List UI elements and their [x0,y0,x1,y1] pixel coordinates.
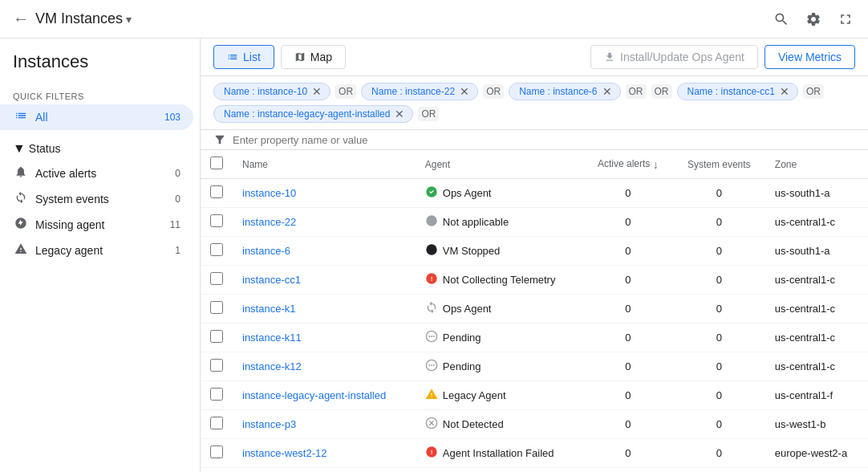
instance-name-link[interactable]: instance-legacy-agent-installed [242,389,386,401]
page-title: VM Instances ▾ [35,10,772,27]
row-checkbox[interactable] [210,185,223,198]
header-active-alerts[interactable]: Active alerts ↓ [583,150,673,179]
row-system-events: 0 [673,208,765,237]
settings-icon[interactable] [804,10,823,29]
topbar: ← VM Instances ▾ [0,0,868,39]
list-label: List [243,51,261,63]
row-agent-cell: Legacy Agent [416,381,583,410]
fullscreen-icon[interactable] [836,10,855,29]
row-system-events: 0 [673,295,765,323]
row-agent-cell: Not Detected [416,410,583,439]
agent-label: Pending [443,360,481,372]
row-checkbox-cell [201,381,233,410]
filter-chip-instance6: Name : instance-6 ✕ [509,83,620,100]
layout: Instances Quick filters All 103 ▼ Status… [0,39,868,472]
instance-name-link[interactable]: instance-west2-12 [242,447,327,459]
row-system-events: 0 [673,237,765,266]
agent-status-icon: ! [425,446,438,461]
sidebar-item-system-events[interactable]: System events 0 [0,186,193,212]
agent-label: Ops Agent [443,187,492,199]
install-ops-agent-button[interactable]: Install/Update Ops Agent [590,45,758,69]
sidebar-item-missing-agent[interactable]: Missing agent 11 [0,212,193,238]
row-system-events: 0 [673,381,765,410]
view-metrics-button[interactable]: View Metrics [765,45,855,69]
row-system-events: 0 [673,352,765,381]
instance-name-link[interactable]: instance-k11 [242,332,302,344]
agent-status-icon: ! [425,272,438,287]
quick-filters-label: Quick filters [0,85,200,104]
status-label: Status [29,142,61,155]
chip-label: Name : instance-6 [519,86,597,97]
row-agent-cell: VM Stopped [416,237,583,266]
filter-input[interactable] [233,134,855,146]
row-active-alerts: 0 [583,410,673,439]
instance-name-link[interactable]: instance-10 [242,187,296,199]
sidebar-item-active-alerts[interactable]: Active alerts 0 [0,161,193,186]
row-active-alerts: 0 [583,352,673,381]
back-button[interactable]: ← [13,10,29,28]
row-name-cell: instance-k12 [233,352,416,381]
row-checkbox[interactable] [210,301,223,314]
chip-remove-instance6[interactable]: ✕ [601,85,614,98]
filter-chip-instance22: Name : instance-22 ✕ [361,83,478,100]
row-checkbox[interactable] [210,359,223,372]
map-view-button[interactable]: Map [281,45,346,69]
instance-name-link[interactable]: instance-cc1 [242,274,301,286]
header-name: Name [233,150,416,179]
agent-status-icon [425,243,438,258]
row-system-events: 0 [673,410,765,439]
instance-name-link[interactable]: instance-22 [242,216,296,228]
row-checkbox-cell [201,352,233,381]
chip-remove-instancecc1[interactable]: ✕ [778,85,791,98]
filter-icon [213,133,226,146]
header-zone: Zone [765,150,868,179]
row-zone: us-south1-a [765,237,868,266]
agent-label: Not applicable [443,216,509,228]
chip-remove-instance10[interactable]: ✕ [310,85,323,98]
table-row: instance-k11 Pending 0 0 us-central1-c [201,323,868,352]
filter-chip-instance10: Name : instance-10 ✕ [213,83,331,100]
row-checkbox[interactable] [210,330,223,343]
sidebar: Instances Quick filters All 103 ▼ Status… [0,39,201,472]
select-all-checkbox[interactable] [210,157,223,169]
row-zone: us-central1-f [765,381,868,410]
instance-name-link[interactable]: instance-p3 [242,418,296,430]
list-view-button[interactable]: List [213,45,274,69]
svg-text:!: ! [430,449,432,456]
row-checkbox[interactable] [210,446,223,458]
agent-status-icon [425,417,438,432]
row-zone: europe-west2-a [765,439,868,468]
metrics-label: View Metrics [778,51,842,63]
title-dropdown-icon[interactable]: ▾ [126,13,132,26]
instance-name-link[interactable]: instance-k1 [242,303,295,315]
svg-point-1 [426,215,436,226]
agent-status-icon [425,214,438,230]
row-checkbox[interactable] [210,214,223,227]
agent-label: Legacy Agent [443,389,506,401]
row-checkbox[interactable] [210,243,223,256]
legacy-agent-label: Legacy agent [35,244,168,257]
row-agent-cell: Pending [416,352,583,381]
table-row: instance-legacy-agent-installed Legacy A… [201,381,868,410]
instance-name-link[interactable]: instance-k12 [242,360,302,372]
row-checkbox[interactable] [210,417,223,429]
row-checkbox[interactable] [210,388,223,401]
svg-point-6 [428,336,430,337]
status-header[interactable]: ▼ Status [0,136,200,161]
filter-chip-instancecc1: Name : instance-cc1 ✕ [677,83,798,100]
legacy-agent-count: 1 [175,245,180,256]
row-active-alerts: 0 [583,323,673,352]
instance-name-link[interactable]: instance-6 [242,245,290,257]
svg-point-10 [428,364,430,366]
chip-remove-instance22[interactable]: ✕ [458,85,471,98]
filter-chip-legacy: Name : instance-legacy-agent-installed ✕ [213,105,413,123]
sidebar-item-all[interactable]: All 103 [0,104,193,130]
row-checkbox[interactable] [210,272,223,285]
row-checkbox-cell [201,439,233,468]
search-icon[interactable] [772,10,791,29]
chip-remove-legacy[interactable]: ✕ [393,108,406,120]
row-name-cell: instance-p3 [233,410,416,439]
row-active-alerts: 0 [583,439,673,468]
sidebar-item-legacy-agent[interactable]: Legacy agent 1 [0,238,193,263]
active-alerts-count: 0 [175,168,180,179]
